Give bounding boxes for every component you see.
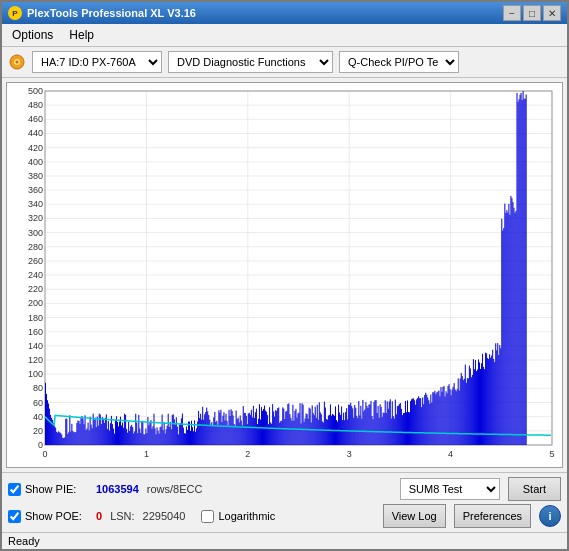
chart-container (2, 78, 567, 472)
lsn-value: 2295040 (143, 510, 186, 522)
drive-select[interactable]: HA:7 ID:0 PX-760A (32, 51, 162, 73)
svg-point-2 (16, 61, 19, 64)
bottom-row-2: Show POE: 0 LSN: 2295040 Logarithmic Vie… (8, 504, 561, 528)
chart-area (6, 82, 563, 468)
chart-canvas (7, 83, 562, 467)
menu-bar: Options Help (2, 24, 567, 47)
sum8-select[interactable]: SUM8 Test (400, 478, 500, 500)
rows-label: rows/8ECC (147, 483, 203, 495)
menu-options[interactable]: Options (6, 26, 59, 44)
view-log-button[interactable]: View Log (383, 504, 446, 528)
window-title: PlexTools Professional XL V3.16 (27, 7, 196, 19)
menu-help[interactable]: Help (63, 26, 100, 44)
bottom-row-1: Show PIE: 1063594 rows/8ECC SUM8 Test St… (8, 477, 561, 501)
drive-icon (8, 53, 26, 71)
function-select[interactable]: DVD Diagnostic Functions (168, 51, 333, 73)
logarithmic-label: Logarithmic (218, 510, 275, 522)
poe-value: 0 (96, 510, 102, 522)
status-text: Ready (8, 535, 40, 547)
status-bar: Ready (2, 532, 567, 549)
show-poe-checkbox[interactable] (8, 510, 21, 523)
bottom-bar: Show PIE: 1063594 rows/8ECC SUM8 Test St… (2, 472, 567, 532)
preferences-button[interactable]: Preferences (454, 504, 531, 528)
info-button[interactable]: i (539, 505, 561, 527)
test-select[interactable]: Q-Check PI/PO Test (339, 51, 459, 73)
title-bar-controls: − □ ✕ (503, 5, 561, 21)
show-poe-checkbox-label[interactable]: Show POE: (8, 510, 88, 523)
maximize-button[interactable]: □ (523, 5, 541, 21)
toolbar: HA:7 ID:0 PX-760A DVD Diagnostic Functio… (2, 47, 567, 78)
app-icon: P (8, 6, 22, 20)
start-button[interactable]: Start (508, 477, 561, 501)
title-bar-left: P PlexTools Professional XL V3.16 (8, 6, 196, 20)
logarithmic-checkbox-label[interactable]: Logarithmic (201, 510, 281, 523)
lsn-label: LSN: (110, 510, 134, 522)
show-pie-checkbox-label[interactable]: Show PIE: (8, 483, 88, 496)
show-pie-label: Show PIE: (25, 483, 76, 495)
show-poe-label: Show POE: (25, 510, 82, 522)
close-button[interactable]: ✕ (543, 5, 561, 21)
pie-value: 1063594 (96, 483, 139, 495)
logarithmic-checkbox[interactable] (201, 510, 214, 523)
main-window: P PlexTools Professional XL V3.16 − □ ✕ … (0, 0, 569, 551)
show-pie-checkbox[interactable] (8, 483, 21, 496)
title-bar: P PlexTools Professional XL V3.16 − □ ✕ (2, 2, 567, 24)
minimize-button[interactable]: − (503, 5, 521, 21)
